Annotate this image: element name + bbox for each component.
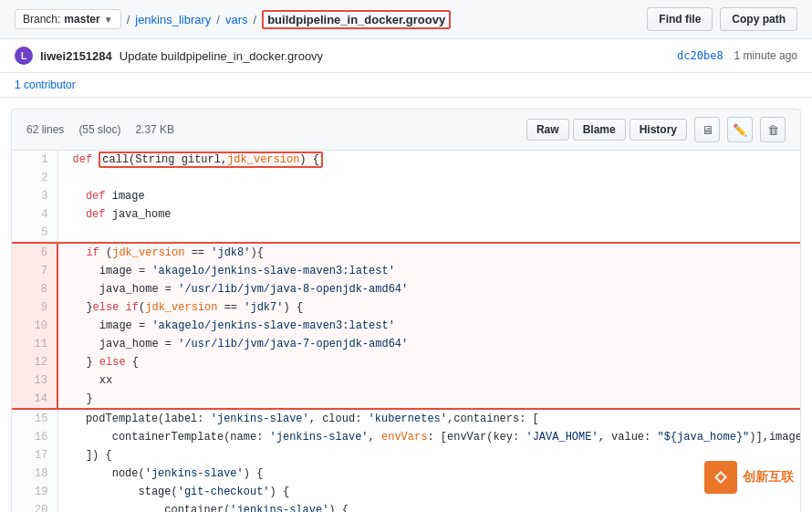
line-number: 1 xyxy=(12,151,57,169)
line-number: 3 xyxy=(12,187,57,205)
line-number: 13 xyxy=(12,371,57,390)
line-number: 16 xyxy=(12,428,57,446)
commit-sha[interactable]: dc20be8 xyxy=(677,49,724,62)
avatar: L xyxy=(15,47,33,65)
branch-caret-icon: ▼ xyxy=(104,15,113,25)
line-code: if (jdk_version == 'jdk8'){ xyxy=(57,243,801,262)
file-header: Branch: master ▼ / jenkins_library / var… xyxy=(0,0,812,39)
line-number: 4 xyxy=(12,205,57,224)
code-container: 1def call(String giturl,jdk_version) {23… xyxy=(11,151,801,512)
history-button[interactable]: History xyxy=(630,119,687,141)
line-number: 20 xyxy=(12,501,57,512)
commit-time: 1 minute ago xyxy=(734,49,797,62)
line-code: java_home = '/usr/lib/jvm/java-7-openjdk… xyxy=(57,335,801,353)
header-actions: Find file Copy path xyxy=(647,7,797,31)
file-info-bar: 62 lines (55 sloc) 2.37 KB Raw Blame His… xyxy=(11,109,801,151)
watermark-text: 创新互联 xyxy=(743,469,794,486)
line-code xyxy=(57,169,801,187)
line-number: 12 xyxy=(12,353,57,371)
contributor-link[interactable]: 1 contributor xyxy=(15,78,76,91)
commit-bar: L liwei2151284 Update buildpipeline_in_d… xyxy=(0,39,812,73)
line-number: 17 xyxy=(12,446,57,465)
blame-button[interactable]: Blame xyxy=(573,119,626,141)
file-stats: 62 lines (55 sloc) 2.37 KB xyxy=(26,123,174,136)
commit-username[interactable]: liwei2151284 xyxy=(40,49,112,63)
commit-info: L liwei2151284 Update buildpipeline_in_d… xyxy=(15,47,323,65)
line-code: def call(String giturl,jdk_version) { xyxy=(57,151,801,169)
contributor-bar: 1 contributor xyxy=(0,73,812,98)
line-code: node('jenkins-slave') { xyxy=(57,465,801,483)
line-code: image = 'akagelo/jenkins-slave-maven3:la… xyxy=(57,262,801,280)
desktop-icon[interactable]: 🖥 xyxy=(694,117,720,142)
line-number: 11 xyxy=(12,335,57,353)
breadcrumb-repo[interactable]: jenkins_library xyxy=(135,13,211,26)
delete-icon[interactable]: 🗑 xyxy=(760,117,786,142)
branch-selector[interactable]: Branch: master ▼ xyxy=(15,9,121,29)
branch-name: master xyxy=(64,13,99,26)
line-code: java_home = '/usr/lib/jvm/java-8-openjdk… xyxy=(57,280,801,298)
line-code: def image xyxy=(57,187,801,205)
line-number: 2 xyxy=(12,169,57,187)
line-code: container('jenkins-slave') { xyxy=(57,501,801,512)
line-code xyxy=(57,224,801,243)
breadcrumb-sep1: / xyxy=(127,13,130,26)
breadcrumb-file: buildpipeline_in_docker.groovy xyxy=(262,10,451,29)
code-table: 1def call(String giturl,jdk_version) {23… xyxy=(12,151,801,512)
line-code: } else { xyxy=(57,353,801,371)
line-number: 6 xyxy=(12,243,57,262)
watermark: 创新互联 xyxy=(704,461,794,494)
line-number: 9 xyxy=(12,298,57,317)
line-number: 8 xyxy=(12,280,57,298)
line-number: 7 xyxy=(12,262,57,280)
line-number: 5 xyxy=(12,224,57,243)
breadcrumb-sep2: / xyxy=(216,13,220,26)
line-code: image = 'akagelo/jenkins-slave-maven3:la… xyxy=(57,317,801,335)
line-number: 14 xyxy=(12,390,57,409)
breadcrumb: Branch: master ▼ / jenkins_library / var… xyxy=(15,9,451,29)
line-number: 10 xyxy=(12,317,57,335)
edit-icon[interactable]: ✏️ xyxy=(727,117,753,142)
line-code: containerTemplate(name: 'jenkins-slave',… xyxy=(57,428,801,446)
breadcrumb-sep3: / xyxy=(254,13,257,26)
line-code: xx xyxy=(57,371,801,390)
commit-meta: dc20be8 1 minute ago xyxy=(677,49,797,62)
file-size: 2.37 KB xyxy=(135,123,174,136)
page-wrapper: Branch: master ▼ / jenkins_library / var… xyxy=(0,0,812,512)
line-number: 19 xyxy=(12,483,57,501)
find-file-button[interactable]: Find file xyxy=(647,7,713,31)
watermark-logo xyxy=(704,461,737,494)
line-code: stage('git-checkout') { xyxy=(57,483,801,501)
line-code: podTemplate(label: 'jenkins-slave', clou… xyxy=(57,409,801,428)
branch-label: Branch: xyxy=(23,13,60,26)
file-lines: 62 lines xyxy=(26,123,64,136)
line-code: def java_home xyxy=(57,205,801,224)
line-number: 18 xyxy=(12,465,57,483)
breadcrumb-folder[interactable]: vars xyxy=(225,13,248,26)
copy-path-button[interactable]: Copy path xyxy=(720,7,797,31)
line-code: ]) { xyxy=(57,446,801,465)
line-code: } xyxy=(57,390,801,409)
commit-message: Update buildpipeline_in_docker.groovy xyxy=(120,49,323,63)
file-sloc: (55 sloc) xyxy=(78,123,120,136)
raw-button[interactable]: Raw xyxy=(526,119,569,141)
line-code: }else if(jdk_version == 'jdk7') { xyxy=(57,298,801,317)
file-actions: Raw Blame History 🖥 ✏️ 🗑 xyxy=(526,117,786,142)
line-number: 15 xyxy=(12,409,57,428)
